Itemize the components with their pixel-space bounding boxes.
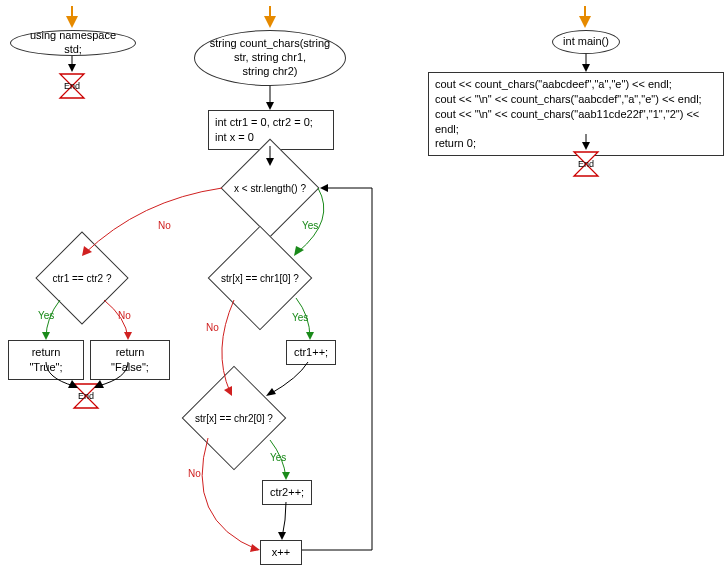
- inc-ctr1-text: ctr1++;: [294, 346, 328, 358]
- start-connector: [269, 6, 271, 16]
- chr1-decision: str[x] == chr1[0] ?: [200, 256, 320, 300]
- start-arrow-icon: [579, 16, 591, 28]
- inc-ctr2-text: ctr2++;: [270, 486, 304, 498]
- edge-yes: Yes: [38, 310, 54, 321]
- svg-marker-9: [124, 332, 132, 340]
- init-line1: int ctr1 = 0, ctr2 = 0;: [215, 115, 327, 130]
- sig-line1: string count_chars(string: [210, 37, 330, 51]
- main-body-l4: return 0;: [435, 136, 717, 151]
- x-increment: x++: [260, 540, 302, 565]
- edge-no: No: [158, 220, 171, 231]
- main-body-l3: cout << "\n" << count_chars("aab11cde22f…: [435, 107, 717, 137]
- end-label: End: [578, 159, 594, 169]
- edge-no: No: [206, 322, 219, 333]
- edge-no: No: [188, 468, 201, 479]
- svg-marker-12: [306, 332, 314, 340]
- main-signature: int main(): [552, 30, 620, 54]
- return-true: return "True";: [8, 340, 84, 380]
- return-false-text: return "False";: [111, 346, 149, 373]
- inc-ctr2: ctr2++;: [262, 480, 312, 505]
- chr2-text: str[x] == chr2[0] ?: [172, 396, 296, 440]
- sig-line2: str, string chr1,: [210, 51, 330, 65]
- main-body-l1: cout << count_chars("aabcdeef","a","e") …: [435, 77, 717, 92]
- count-chars-signature: string count_chars(string str, string ch…: [194, 30, 346, 86]
- namespace-text: using namespace std;: [21, 29, 125, 57]
- edge-no: No: [118, 310, 131, 321]
- start-arrow-icon: [264, 16, 276, 28]
- svg-marker-4: [266, 102, 274, 110]
- svg-marker-16: [250, 544, 260, 552]
- start-connector: [584, 6, 586, 16]
- edge-yes: Yes: [302, 220, 318, 231]
- end-label: End: [64, 81, 80, 91]
- main-end: End: [572, 150, 600, 178]
- flowchart-canvas: using namespace std; End string count_ch…: [0, 0, 728, 580]
- return-false: return "False";: [90, 340, 170, 380]
- inc-ctr1: ctr1++;: [286, 340, 336, 365]
- x-increment-text: x++: [272, 546, 290, 558]
- svg-marker-7: [294, 246, 304, 256]
- main-body: cout << count_chars("aabcdeef","a","e") …: [428, 72, 724, 156]
- sig-line3: string chr2): [210, 65, 330, 79]
- start-connector: [71, 6, 73, 16]
- svg-marker-18: [320, 184, 328, 192]
- svg-marker-19: [582, 64, 590, 72]
- edge-yes: Yes: [292, 312, 308, 323]
- ctr-eq-decision: ctr1 == ctr2 ?: [32, 256, 132, 300]
- svg-marker-3: [68, 64, 76, 72]
- namespace-terminator: using namespace std;: [10, 30, 136, 56]
- namespace-end: End: [58, 72, 86, 100]
- svg-marker-8: [42, 332, 50, 340]
- svg-marker-14: [266, 388, 276, 396]
- svg-marker-17: [278, 532, 286, 540]
- end-label: End: [78, 391, 94, 401]
- start-arrow-icon: [66, 16, 78, 28]
- svg-marker-15: [282, 472, 290, 480]
- edge-yes: Yes: [270, 452, 286, 463]
- return-true-text: return "True";: [29, 346, 62, 373]
- loop-text: x < str.length() ?: [220, 166, 320, 210]
- ctr-eq-text: ctr1 == ctr2 ?: [32, 256, 132, 300]
- count-chars-end: End: [72, 382, 100, 410]
- chr2-decision: str[x] == chr2[0] ?: [172, 396, 296, 440]
- main-body-l2: cout << "\n" << count_chars("aabcdef","a…: [435, 92, 717, 107]
- chr1-text: str[x] == chr1[0] ?: [200, 256, 320, 300]
- main-sig-text: int main(): [563, 35, 609, 49]
- loop-decision: x < str.length() ?: [220, 166, 320, 210]
